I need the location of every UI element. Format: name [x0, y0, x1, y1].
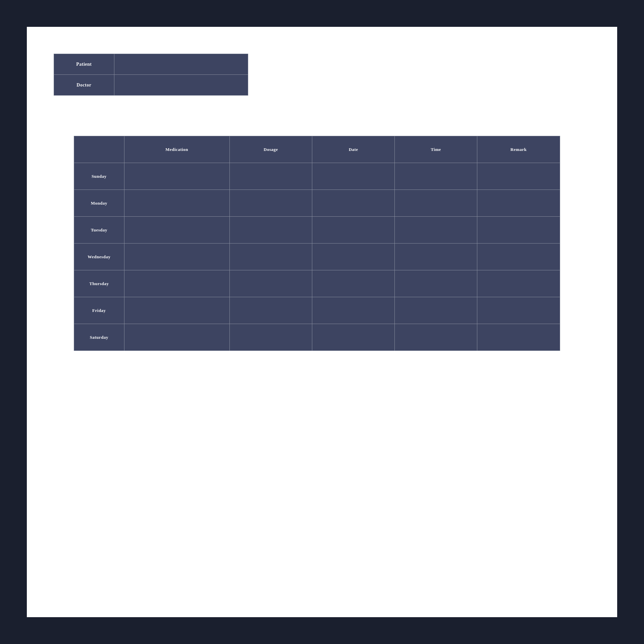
header-day: [74, 136, 124, 163]
time-cell-wednesday[interactable]: [395, 244, 477, 270]
schedule-row: Tuesday: [74, 217, 560, 244]
medication-cell-sunday[interactable]: [124, 163, 229, 190]
remark-cell-thursday[interactable]: [477, 270, 560, 297]
medication-cell-tuesday[interactable]: [124, 217, 229, 244]
time-cell-thursday[interactable]: [395, 270, 477, 297]
medication-cell-saturday[interactable]: [124, 324, 229, 351]
medication-cell-friday[interactable]: [124, 297, 229, 324]
day-cell-sunday: Sunday: [74, 163, 124, 190]
patient-label: Patient: [54, 54, 114, 75]
remark-cell-tuesday[interactable]: [477, 217, 560, 244]
dosage-cell-saturday[interactable]: [229, 324, 312, 351]
patient-row: Patient: [54, 54, 248, 75]
schedule-row: Wednesday: [74, 244, 560, 270]
schedule-wrapper: Medication Dosage Date Time Remark Sunda…: [74, 136, 590, 351]
time-cell-sunday[interactable]: [395, 163, 477, 190]
medication-cell-thursday[interactable]: [124, 270, 229, 297]
schedule-row: Friday: [74, 297, 560, 324]
header-dosage: Dosage: [229, 136, 312, 163]
schedule-row: Thursday: [74, 270, 560, 297]
day-cell-tuesday: Tuesday: [74, 217, 124, 244]
date-cell-wednesday[interactable]: [312, 244, 395, 270]
schedule-row: Monday: [74, 190, 560, 217]
header-row: Medication Dosage Date Time Remark: [74, 136, 560, 163]
medication-cell-wednesday[interactable]: [124, 244, 229, 270]
time-cell-monday[interactable]: [395, 190, 477, 217]
day-cell-monday: Monday: [74, 190, 124, 217]
time-cell-saturday[interactable]: [395, 324, 477, 351]
page-container: Patient Doctor Medication: [27, 27, 617, 617]
date-cell-monday[interactable]: [312, 190, 395, 217]
schedule-row: Sunday: [74, 163, 560, 190]
remark-cell-sunday[interactable]: [477, 163, 560, 190]
time-cell-tuesday[interactable]: [395, 217, 477, 244]
dosage-cell-friday[interactable]: [229, 297, 312, 324]
schedule-row: Saturday: [74, 324, 560, 351]
doctor-row: Doctor: [54, 75, 248, 96]
dosage-cell-thursday[interactable]: [229, 270, 312, 297]
date-cell-tuesday[interactable]: [312, 217, 395, 244]
day-cell-wednesday: Wednesday: [74, 244, 124, 270]
day-cell-friday: Friday: [74, 297, 124, 324]
header-date: Date: [312, 136, 395, 163]
dosage-cell-sunday[interactable]: [229, 163, 312, 190]
remark-cell-saturday[interactable]: [477, 324, 560, 351]
time-cell-friday[interactable]: [395, 297, 477, 324]
date-cell-thursday[interactable]: [312, 270, 395, 297]
header-time: Time: [395, 136, 477, 163]
dosage-cell-monday[interactable]: [229, 190, 312, 217]
dosage-cell-tuesday[interactable]: [229, 217, 312, 244]
schedule-table: Medication Dosage Date Time Remark Sunda…: [74, 136, 560, 351]
doctor-value[interactable]: [114, 75, 248, 96]
remark-cell-monday[interactable]: [477, 190, 560, 217]
date-cell-friday[interactable]: [312, 297, 395, 324]
doctor-label: Doctor: [54, 75, 114, 96]
info-table: Patient Doctor: [54, 54, 248, 96]
patient-value[interactable]: [114, 54, 248, 75]
date-cell-sunday[interactable]: [312, 163, 395, 190]
header-remark: Remark: [477, 136, 560, 163]
remark-cell-wednesday[interactable]: [477, 244, 560, 270]
day-cell-thursday: Thursday: [74, 270, 124, 297]
date-cell-saturday[interactable]: [312, 324, 395, 351]
remark-cell-friday[interactable]: [477, 297, 560, 324]
dosage-cell-wednesday[interactable]: [229, 244, 312, 270]
header-medication: Medication: [124, 136, 229, 163]
day-cell-saturday: Saturday: [74, 324, 124, 351]
medication-cell-monday[interactable]: [124, 190, 229, 217]
